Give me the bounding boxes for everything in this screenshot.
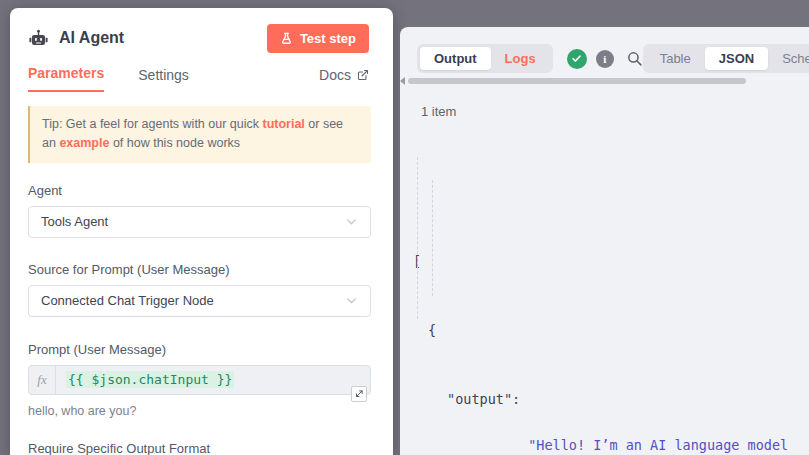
agent-select[interactable]: Tools Agent [28,206,371,238]
chevron-down-icon [345,215,358,228]
expression-input[interactable]: {{ $json.chatInput }} [56,366,244,394]
search-icon[interactable] [626,50,643,67]
tab-logs[interactable]: Logs [491,47,550,70]
json-value: "Hello! I’m an AI language model created… [528,388,804,455]
tip-text: of how this node works [109,136,240,150]
scrollbar-thumb[interactable] [408,78,746,84]
json-value-line: "Hello! I’m an AI language model [528,434,804,455]
chevron-down-icon [345,294,358,307]
prompt-label: Prompt (User Message) [28,342,371,357]
parameters-body: Tip: Get a feel for agents with our quic… [10,92,393,455]
output-panel: Output Logs i Table JSON Schema 1 item [400,27,809,455]
source-select[interactable]: Connected Chat Trigger Node [28,285,371,317]
prompt-preview-text: hello, who are you? [28,404,371,418]
indent-guide [432,180,433,296]
expression-value: {{ $json.chatInput }} [66,371,234,388]
source-select-value: Connected Chat Trigger Node [41,293,214,308]
json-brace: { [428,319,436,342]
docs-label: Docs [319,67,351,83]
output-format-field: Require Specific Output Format [28,441,371,455]
items-count: 1 item [421,104,809,119]
test-step-button[interactable]: Test step [267,24,369,53]
tab-parameters[interactable]: Parameters [28,65,104,92]
node-title: AI Agent [59,29,124,47]
expression-field[interactable]: fx {{ $json.chatInput }} [28,365,371,395]
agent-select-value: Tools Agent [41,214,108,229]
test-step-label: Test step [300,31,356,46]
flask-icon [280,32,293,45]
tab-table[interactable]: Table [646,47,705,70]
run-tabs: Output Logs [417,44,553,73]
json-line: [ [413,250,809,273]
node-header: AI Agent Test step [10,8,393,52]
expand-expression-button[interactable] [351,386,367,402]
node-detail-panel: AI Agent Test step Parameters Settings D… [10,8,393,455]
robot-icon [28,28,49,49]
tab-schema[interactable]: Schema [768,47,809,70]
agent-field: Agent Tools Agent [28,183,371,238]
tip-box: Tip: Get a feel for agents with our quic… [28,106,371,163]
tutorial-link[interactable]: tutorial [262,117,304,131]
json-line: "output": "Hello! I’m an AI language mod… [413,388,809,455]
tab-json[interactable]: JSON [705,47,768,70]
docs-link[interactable]: Docs [319,67,369,92]
output-format-label: Require Specific Output Format [28,441,371,455]
external-link-icon [357,69,369,81]
agent-label: Agent [28,183,371,198]
success-check-icon [567,49,587,69]
tip-text: Tip: Get a feel for agents with our quic… [42,117,262,131]
output-header: Output Logs i Table JSON Schema [400,27,809,73]
expand-expression-icon [354,389,364,399]
json-key: "output": [447,388,520,455]
tab-settings[interactable]: Settings [138,67,189,92]
indent-guide [417,157,418,319]
scroll-left-arrow[interactable] [400,77,405,85]
json-line: { [413,319,809,342]
node-tabs: Parameters Settings Docs [10,56,393,92]
source-field: Source for Prompt (User Message) Connect… [28,262,371,317]
view-tabs: Table JSON Schema [643,44,809,73]
example-link[interactable]: example [59,136,109,150]
info-icon[interactable]: i [596,50,614,68]
tab-output[interactable]: Output [420,47,491,70]
json-viewer: [ { "output": "Hello! I’m an AI language… [413,135,809,455]
prompt-field: Prompt (User Message) fx {{ $json.chatIn… [28,342,371,418]
horizontal-scrollbar [400,77,809,84]
fx-badge: fx [29,366,56,394]
source-label: Source for Prompt (User Message) [28,262,371,277]
